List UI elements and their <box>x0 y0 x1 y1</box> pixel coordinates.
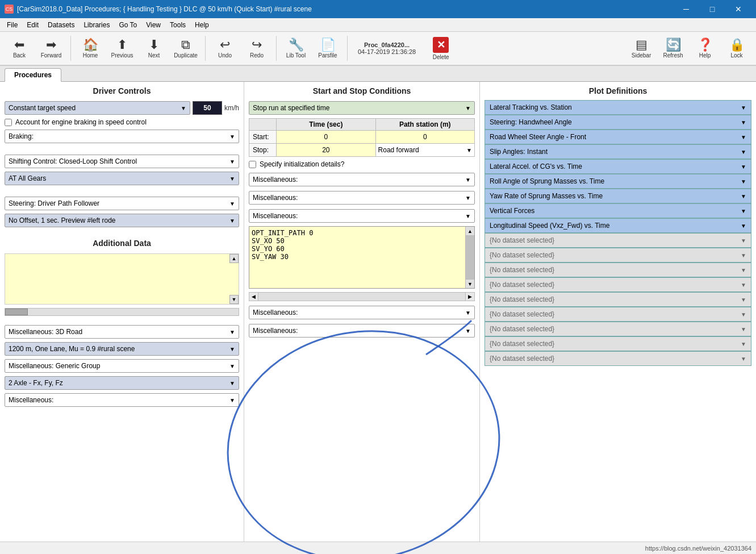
refresh-button[interactable]: 🔄 Refresh <box>658 33 688 64</box>
start-time-input[interactable] <box>277 131 375 143</box>
code-hscroll-left[interactable]: ◀ <box>249 293 258 301</box>
plot-dropdown-15[interactable]: {No dataset selected}▼ <box>484 322 751 336</box>
plot-dropdown-2[interactable]: Road Wheel Steer Angle - Front▼ <box>484 130 751 144</box>
plot-dropdown-1[interactable]: Steering: Handwheel Angle▼ <box>484 115 751 130</box>
lock-button[interactable]: 🔒 Lock <box>722 33 751 64</box>
additional-data-textarea[interactable] <box>5 254 229 305</box>
code-scroll-down[interactable]: ▼ <box>466 279 474 288</box>
parsfile-button[interactable]: 📄 Parsfile <box>313 33 343 64</box>
help-button[interactable]: ❓ Help <box>690 33 720 64</box>
plot-dropdown-7[interactable]: Vertical Forces▼ <box>484 203 751 218</box>
misc-generic-dropdown[interactable]: Miscellaneous: Generic Group ▼ <box>5 359 239 373</box>
plot-dropdown-11[interactable]: {No dataset selected}▼ <box>484 263 751 277</box>
road-value-dropdown[interactable]: 1200 m, One Lane, Mu = 0.9 #rural scene … <box>5 342 239 356</box>
misc2-arrow: ▼ <box>465 195 471 201</box>
init-details-checkbox[interactable] <box>249 161 256 168</box>
offset-dropdown[interactable]: No Offset, 1 sec. Preview #left rode ▼ <box>5 214 239 227</box>
menu-tools[interactable]: Tools <box>165 20 190 30</box>
menu-view[interactable]: View <box>141 20 165 30</box>
at-gears-dropdown[interactable]: AT All Gears ▼ <box>5 172 239 185</box>
plot-arrow-4: ▼ <box>741 164 746 170</box>
init-details-row: Specify initialization details? <box>249 160 475 168</box>
braking-dropdown[interactable]: Braking: ▼ <box>5 130 239 143</box>
plot-dropdown-0[interactable]: Lateral Tracking vs. Station▼ <box>484 100 751 115</box>
tab-procedures[interactable]: Procedures <box>5 68 61 82</box>
plot-dropdown-9[interactable]: {No dataset selected}▼ <box>484 233 751 248</box>
minimize-button[interactable]: ─ <box>673 0 699 18</box>
plot-row-13: {No dataset selected}▼ <box>484 292 751 307</box>
speed-unit-label: km/h <box>224 104 239 112</box>
code-textarea[interactable]: OPT_INIT_PATH 0 SV_XO 50 SV_YO 60 SV_YAW… <box>249 227 465 288</box>
title-text: [CarSim2018.0_Data] Procedures; { Handli… <box>17 5 673 13</box>
engine-braking-checkbox[interactable] <box>5 119 12 126</box>
plot-dropdown-14[interactable]: {No dataset selected}▼ <box>484 307 751 322</box>
road-value-arrow: ▼ <box>229 346 235 352</box>
redo-button[interactable]: ↪ Redo <box>242 33 272 64</box>
axle-arrow: ▼ <box>229 380 235 386</box>
code-hscroll-right[interactable]: ▶ <box>465 293 474 301</box>
misc-3d-road-dropdown[interactable]: Miscellaneous: 3D Road ▼ <box>5 325 239 339</box>
maximize-button[interactable]: □ <box>699 0 725 18</box>
plot-dropdown-5[interactable]: Roll Angle of Sprung Masses vs. Time▼ <box>484 174 751 189</box>
textarea-scroll-down[interactable]: ▼ <box>229 295 239 304</box>
plot-dropdown-6[interactable]: Yaw Rate of Sprung Masses vs. Time▼ <box>484 189 751 203</box>
plot-arrow-11: ▼ <box>741 267 746 273</box>
sidebar-button[interactable]: ▤ Sidebar <box>626 33 656 64</box>
braking-row: Braking: ▼ <box>5 130 239 143</box>
delete-button[interactable]: ✕ Delete <box>424 33 458 64</box>
misc2-dropdown[interactable]: Miscellaneous: ▼ <box>249 191 475 205</box>
menu-edit[interactable]: Edit <box>22 20 43 30</box>
home-button[interactable]: 🏠 Home <box>76 33 105 64</box>
plot-dropdown-10[interactable]: {No dataset selected}▼ <box>484 248 751 263</box>
menu-help[interactable]: Help <box>190 20 214 30</box>
code-hscrollbar[interactable]: ◀ ▶ <box>249 292 475 301</box>
plot-dropdown-13[interactable]: {No dataset selected}▼ <box>484 292 751 307</box>
steering-dropdown[interactable]: Steering: Driver Path Follower ▼ <box>5 197 239 210</box>
speed-value-input[interactable] <box>193 101 222 115</box>
textarea-scroll-up[interactable]: ▲ <box>229 254 239 263</box>
misc-bottom-dropdown[interactable]: Miscellaneous: ▼ <box>5 393 239 407</box>
textarea-hscroll[interactable] <box>5 308 239 316</box>
misc3-dropdown[interactable]: Miscellaneous: ▼ <box>249 209 475 223</box>
misc-3d-road-row: Miscellaneous: 3D Road ▼ <box>5 325 239 339</box>
menu-file[interactable]: File <box>2 20 22 30</box>
misc1-dropdown[interactable]: Miscellaneous: ▼ <box>249 173 475 186</box>
previous-button[interactable]: ⬆ Previous <box>107 33 137 64</box>
misc5-dropdown[interactable]: Miscellaneous: ▼ <box>249 324 475 338</box>
misc1-arrow: ▼ <box>465 177 471 183</box>
stop-time-input[interactable] <box>277 144 375 156</box>
plot-dropdown-17[interactable]: {No dataset selected}▼ <box>484 351 751 366</box>
misc4-dropdown[interactable]: Miscellaneous: ▼ <box>249 306 475 319</box>
plot-dropdown-8[interactable]: Longitudinal Speed (Vxz_Fwd) vs. Time▼ <box>484 218 751 233</box>
plot-dropdown-4[interactable]: Lateral Accel. of CG's vs. Time▼ <box>484 159 751 174</box>
code-scroll-up[interactable]: ▲ <box>466 227 474 236</box>
axle-dropdown[interactable]: 2 Axle - Fx, Fy, Fz ▼ <box>5 376 239 390</box>
close-button[interactable]: ✕ <box>725 0 751 18</box>
start-path-input[interactable] <box>376 131 474 143</box>
stop-path-dropdown[interactable]: Road forward ▼ <box>376 144 474 156</box>
speed-mode-dropdown[interactable]: Constant target speed ▼ <box>5 101 190 115</box>
back-button[interactable]: ⬅ Back <box>5 33 34 64</box>
undo-icon: ↩ <box>220 39 230 51</box>
plot-row-8: Longitudinal Speed (Vxz_Fwd) vs. Time▼ <box>484 218 751 233</box>
menu-datasets[interactable]: Datasets <box>43 20 79 30</box>
plot-dropdown-16[interactable]: {No dataset selected}▼ <box>484 336 751 351</box>
forward-button[interactable]: ➡ Forward <box>36 33 66 64</box>
undo-button[interactable]: ↩ Undo <box>210 33 240 64</box>
plot-arrow-13: ▼ <box>741 297 746 303</box>
duplicate-button[interactable]: ⧉ Duplicate <box>171 33 201 64</box>
plot-dropdown-3[interactable]: Slip Angles: Instant▼ <box>484 144 751 159</box>
delete-icon: ✕ <box>433 37 449 53</box>
next-button[interactable]: ⬇ Next <box>139 33 169 64</box>
menu-goto[interactable]: Go To <box>114 20 141 30</box>
code-area-container: OPT_INIT_PATH 0 SV_XO 50 SV_YO 60 SV_YAW… <box>249 226 475 289</box>
menu-libraries[interactable]: Libraries <box>79 20 114 30</box>
stop-run-dropdown[interactable]: Stop run at specified time ▼ <box>249 101 475 115</box>
plot-arrow-17: ▼ <box>741 356 746 362</box>
plot-arrow-2: ▼ <box>741 134 746 140</box>
code-scroll-thumb <box>466 236 474 279</box>
libtool-button[interactable]: 🔧 Lib Tool <box>281 33 311 64</box>
offset-row: No Offset, 1 sec. Preview #left rode ▼ <box>5 214 239 227</box>
shifting-dropdown[interactable]: Shifting Control: Closed-Loop Shift Cont… <box>5 155 239 168</box>
plot-dropdown-12[interactable]: {No dataset selected}▼ <box>484 277 751 292</box>
